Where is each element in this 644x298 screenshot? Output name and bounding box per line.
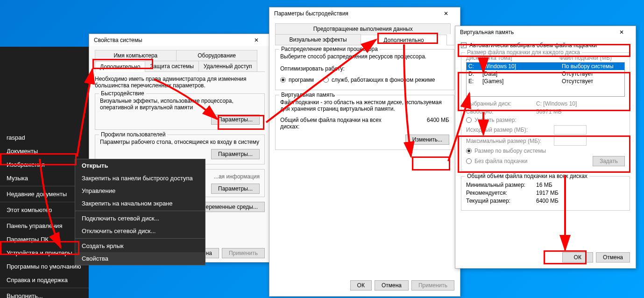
disk-letter: D: [468, 71, 482, 77]
disk-letter: E: [468, 78, 482, 85]
tab-hardware[interactable]: Оборудование [176, 50, 258, 61]
vm-total-label: Общий объем файла подкачки на всех диска… [280, 117, 388, 130]
vm-text: Файл подкачки - это область на жестком д… [280, 99, 449, 112]
ctx-manage[interactable]: Управление [75, 184, 205, 197]
radio-programs[interactable]: программ [280, 77, 314, 83]
tab-label: Защита системы [150, 63, 193, 70]
virtual-memory-group: Виртуальная память Файл подкачки - это о… [275, 95, 454, 150]
optimize-label: Оптимизировать работу: [280, 65, 449, 72]
separator [0, 288, 89, 288]
virtual-memory-dialog: Виртуальная память ✕ Автоматически выбир… [455, 26, 636, 269]
radio-custom-size[interactable]: Указать размер: [466, 117, 625, 123]
start-label: Панель управления [7, 222, 62, 229]
close-icon[interactable]: ✕ [437, 10, 455, 17]
performance-text: Визуальные эффекты, использование процес… [100, 98, 260, 111]
dialog-title: Виртуальная память [460, 29, 514, 35]
group-title: Профили пользователей [99, 131, 167, 138]
vm-change-button[interactable]: Изменить... [405, 135, 449, 145]
tab-dep[interactable]: Предотвращение выполнения данных [275, 23, 451, 34]
set-button[interactable]: Задать [593, 156, 625, 166]
ctx-label: Управление [82, 187, 115, 194]
ctx-pin-quick[interactable]: Закрепить на панели быстрого доступа [75, 172, 205, 184]
radio-label: Без файла подкачки [474, 158, 527, 164]
tab-system-protection[interactable]: Защита системы [145, 61, 198, 71]
disk-row[interactable]: D: [Data] Отсутствует [467, 70, 624, 78]
ctx-label: Создать ярлык [82, 242, 123, 249]
dialog-titlebar: Виртуальная память ✕ [455, 26, 636, 38]
start-item-run[interactable]: Выполнить... [0, 289, 89, 298]
disk-label: [Windows 10] [482, 63, 562, 70]
close-icon[interactable]: ✕ [247, 37, 266, 43]
tab-bar: Имя компьютера Оборудование Дополнительн… [95, 50, 265, 72]
radio-icon [280, 77, 286, 83]
tab-label: Дополнительно [383, 37, 424, 43]
group-title: Распределение времени процессора [279, 46, 380, 52]
tab-advanced[interactable]: Дополнительно [361, 35, 446, 45]
start-label: Выполнить... [7, 292, 43, 298]
group-title: Размер файла подкачки для каждого диска [465, 49, 582, 56]
start-label: Этот компьютер [7, 206, 52, 213]
start-item-documents[interactable]: Документы [0, 144, 89, 158]
ctx-disconnect-drive[interactable]: Отключить сетевой диск... [75, 225, 205, 237]
disk-file: По выбору системы [562, 63, 623, 70]
admin-note-text: Необходимо иметь права администратора дл… [95, 76, 265, 89]
start-item-help[interactable]: Справка и поддержка [0, 273, 89, 287]
startup-params-button[interactable]: Параметры... [211, 184, 260, 194]
cancel-button[interactable]: Отмена [375, 280, 409, 291]
group-title: Быстродействие [99, 90, 146, 97]
tab-label: Предотвращение выполнения данных [313, 26, 413, 32]
radio-label: служб, работающих в фоновом режиме [332, 77, 435, 83]
separator [75, 211, 205, 211]
ok-button[interactable]: ОК [562, 252, 593, 263]
profiles-params-button[interactable]: Параметры... [211, 149, 260, 159]
group-title: Виртуальная память [279, 92, 337, 98]
initial-size-input[interactable] [554, 125, 587, 135]
total-paging-group: Общий объем файла подкачки на всех диска… [461, 176, 630, 211]
disk-row[interactable]: C: [Windows 10] По выбору системы [467, 63, 624, 70]
tab-label: Удаленный доступ [204, 63, 252, 70]
ctx-create-shortcut[interactable]: Создать ярлык [75, 240, 205, 252]
rec-size-value: 1917 МБ [536, 190, 559, 196]
radio-no-paging[interactable]: Без файла подкачки [466, 158, 527, 164]
ok-button[interactable]: ОК [350, 280, 372, 291]
tab-remote[interactable]: Удаленный доступ [198, 61, 257, 71]
ctx-label: Свойства [82, 255, 108, 262]
ctx-label: Открыть [82, 162, 108, 169]
radio-services[interactable]: служб, работающих в фоновом режиме [323, 77, 435, 83]
tab-computer-name[interactable]: Имя компьютера [95, 50, 177, 61]
tab-bar: Предотвращение выполнения данных Визуаль… [275, 23, 454, 45]
checkbox-icon [461, 43, 467, 48]
close-icon[interactable]: ✕ [612, 29, 631, 35]
ctx-properties[interactable]: Свойства [75, 252, 205, 265]
disk-list[interactable]: C: [Windows 10] По выбору системы D: [Da… [466, 62, 625, 97]
disk-label: [Games] [482, 78, 562, 85]
start-user[interactable]: raspad [0, 131, 89, 144]
radio-label: Размер по выбору системы [474, 148, 546, 154]
ctx-label: Закрепить на панели быстрого доступа [82, 175, 193, 182]
max-size-label: Максимальный размер (МБ): [466, 138, 550, 144]
disk-file: Отсутствует [562, 71, 623, 77]
cancel-button[interactable]: Отмена [596, 252, 630, 263]
auto-manage-checkbox[interactable]: Автоматически выбирать объем файла подка… [461, 42, 630, 49]
start-user-label: raspad [7, 134, 25, 141]
disk-file: Отсутствует [562, 78, 623, 85]
ctx-map-drive[interactable]: Подключить сетевой диск... [75, 212, 205, 225]
start-label: Программы по умолчанию [7, 263, 81, 270]
performance-params-button[interactable]: Параметры... [211, 114, 260, 125]
radio-system-managed[interactable]: Размер по выбору системы [466, 148, 625, 154]
min-size-label: Минимальный размер: [466, 182, 536, 188]
ctx-label: Отключить сетевой диск... [82, 227, 156, 234]
radio-icon [323, 77, 329, 83]
start-label: Документы [7, 148, 38, 155]
disk-row[interactable]: E: [Games] Отсутствует [467, 78, 624, 85]
apply-button[interactable]: Применить [411, 280, 454, 291]
tab-visual-effects[interactable]: Визуальные эффекты [275, 34, 361, 45]
tab-advanced[interactable]: Дополнительно [95, 61, 145, 72]
dialog-title: Параметры быстродействия [274, 10, 348, 17]
ctx-open[interactable]: Открыть [75, 159, 205, 172]
ctx-label: Подключить сетевой диск... [82, 215, 159, 222]
max-size-input[interactable] [554, 136, 587, 146]
apply-button[interactable]: Применить [222, 248, 265, 258]
ctx-pin-start[interactable]: Закрепить на начальном экране [75, 197, 205, 210]
ctx-label: Закрепить на начальном экране [82, 200, 173, 207]
